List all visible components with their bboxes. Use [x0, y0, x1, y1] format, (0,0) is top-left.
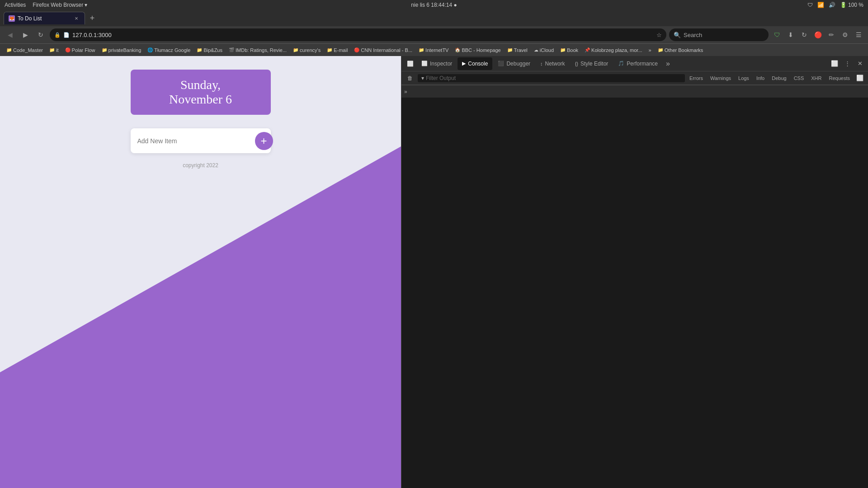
new-tab-button[interactable]: +	[87, 13, 98, 23]
bookmark-icon: 📌	[585, 47, 590, 52]
filter-requests-button[interactable]: Requests	[826, 75, 853, 82]
add-item-input[interactable]	[137, 137, 264, 145]
bookmark-imdb[interactable]: 🎬 IMDb: Ratings, Revie...	[226, 47, 289, 54]
tab-favicon: 🦊	[9, 15, 15, 22]
tab-inspector-label: Inspector	[430, 61, 452, 67]
devtools-close-button[interactable]: ✕	[854, 58, 865, 69]
devtools-sidebar-toggle[interactable]: ⬜	[404, 58, 416, 70]
toolbar-icons: 🛡 ⬇ ↻ 🔴 ✏ ⚙ ☰	[771, 29, 864, 41]
devtools-layout-button[interactable]: ⬜	[829, 58, 840, 69]
ublock-icon[interactable]: 🔴	[812, 29, 824, 41]
bookmark-folder-icon: 📁	[658, 47, 663, 52]
bookmark-icon: 🎬	[229, 47, 234, 52]
bookmark-icloud[interactable]: ☁ iCloud	[531, 47, 557, 54]
bookmark-polar-flow[interactable]: 🔴 Polar Flow	[62, 47, 98, 54]
forward-button[interactable]: ▶	[19, 28, 32, 41]
download-icon[interactable]: ⬇	[785, 29, 797, 41]
bookmark-it[interactable]: 📁 it	[47, 47, 61, 54]
bookmark-private-banking[interactable]: 📁 privateBanking	[99, 47, 144, 54]
bookmark-folder-icon: 📁	[102, 47, 107, 52]
bookmark-cnn[interactable]: 🔴 CNN International - B...	[351, 47, 415, 54]
network-icon: ↕	[540, 61, 543, 66]
search-bar[interactable]: 🔍 Search	[669, 28, 769, 41]
back-button[interactable]: ◀	[4, 28, 16, 41]
style-icon: {}	[575, 61, 578, 66]
bookmark-email[interactable]: 📁 E-mail	[324, 47, 350, 54]
os-clock: nie lis 6 18:44:14 ●	[411, 2, 457, 8]
devtools-more-button[interactable]: »	[663, 60, 673, 68]
devtools-content	[401, 98, 868, 488]
search-placeholder: Search	[684, 32, 702, 38]
main-area: Sunday, November 6 + copyright 2022 ⬜ ⬜ …	[0, 56, 868, 488]
filter-icon: ▾	[421, 75, 424, 81]
date-text: Sunday, November 6	[169, 78, 232, 106]
bookmark-other[interactable]: 📁 Other Bookmarks	[655, 47, 706, 54]
tab-close-button[interactable]: ×	[73, 15, 80, 22]
tab-console[interactable]: ▶ Console	[458, 57, 492, 70]
bookmark-star-icon[interactable]: ☆	[656, 32, 662, 38]
prompt-chevron: »	[404, 89, 407, 95]
nav-bar: ◀ ▶ ↻ 🔒 📄 127.0.0.1:3000 ☆ 🔍 Search 🛡 ⬇ …	[0, 26, 868, 43]
add-item-container: +	[131, 128, 271, 153]
devtools-prompt-bar: »	[401, 85, 868, 98]
tab-console-label: Console	[468, 61, 488, 67]
settings-icon[interactable]: ⚙	[839, 29, 851, 41]
bookmark-bip-zus[interactable]: 📁 Bip&Zus	[194, 47, 225, 54]
reload-button[interactable]: ↻	[34, 28, 47, 41]
bookmark-folder-icon: 📁	[6, 47, 12, 52]
devtools-tabs: ⬜ ⬜ Inspector ▶ Console ⬛ Debugger ↕ Net…	[401, 56, 868, 71]
bookmark-icon: 🔴	[354, 47, 359, 52]
page-icon: 📄	[63, 32, 70, 38]
filter-logs-button[interactable]: Logs	[736, 75, 752, 82]
devtools-overflow-button[interactable]: ⋮	[842, 58, 853, 69]
bookmark-book[interactable]: 📁 Book	[557, 47, 581, 54]
browser-tab-todo[interactable]: 🦊 To Do List ×	[4, 12, 85, 24]
console-icon: ▶	[462, 61, 466, 66]
bookmark-bbc[interactable]: 🏠 BBC - Homepage	[452, 47, 503, 54]
bookmark-label: InternetTV	[425, 47, 448, 53]
filter-xhr-button[interactable]: XHR	[808, 75, 824, 82]
devtools-sidebar-right-button[interactable]: ⬜	[854, 73, 865, 84]
bookmark-more[interactable]: »	[646, 47, 654, 54]
bookmark-icon: ☁	[534, 47, 538, 52]
filter-info-button[interactable]: Info	[754, 75, 767, 82]
plus-icon: +	[260, 135, 267, 147]
filter-errors-button[interactable]: Errors	[687, 75, 706, 82]
tab-inspector[interactable]: ⬜ Inspector	[417, 57, 457, 70]
filter-output-input[interactable]: ▾ Filter Output	[418, 74, 685, 82]
bookmark-label: privateBanking	[108, 47, 142, 53]
tab-network[interactable]: ↕ Network	[536, 57, 570, 70]
tab-performance[interactable]: 🎵 Performance	[613, 57, 662, 70]
menu-icon[interactable]: ☰	[853, 29, 864, 41]
tab-debugger[interactable]: ⬛ Debugger	[493, 57, 535, 70]
tab-style-editor[interactable]: {} Style Editor	[571, 57, 613, 70]
bookmark-kolobrzeg[interactable]: 📌 Kolobrzeg plaza, mor...	[582, 47, 645, 54]
bookmark-code-master[interactable]: 📁 Code_Master	[4, 47, 46, 54]
url-text[interactable]: 127.0.0.1:3000	[72, 32, 654, 38]
bookmark-label: it	[56, 47, 59, 53]
bookmark-label: CNN International - B...	[361, 47, 412, 53]
browser-label[interactable]: Firefox Web Browser ▾	[33, 2, 87, 8]
bookmark-google-translate[interactable]: 🌐 Tłumacz Google	[145, 47, 193, 54]
refresh-toolbar-icon[interactable]: ↻	[798, 29, 810, 41]
bookmark-folder-icon: 📁	[197, 47, 202, 52]
bookmark-label: Other Bookmarks	[665, 47, 703, 53]
edit-icon[interactable]: ✏	[826, 29, 837, 41]
bookmark-icon: 🌐	[147, 47, 153, 52]
bookmark-label: curency's	[300, 47, 321, 53]
add-item-button[interactable]: +	[255, 132, 273, 150]
bookmark-internet-tv[interactable]: 📁 InternetTV	[416, 47, 451, 54]
filter-debug-button[interactable]: Debug	[769, 75, 789, 82]
clear-console-button[interactable]: 🗑	[404, 72, 416, 84]
bookmark-travel[interactable]: 📁 Travel	[505, 47, 530, 54]
address-bar[interactable]: 🔒 📄 127.0.0.1:3000 ☆	[50, 28, 666, 41]
bookmark-label: iCloud	[540, 47, 554, 53]
bookmark-label: BBC - Homepage	[462, 47, 500, 53]
shield-toolbar-icon[interactable]: 🛡	[771, 29, 783, 41]
filter-warnings-button[interactable]: Warnings	[708, 75, 734, 82]
date-header: Sunday, November 6	[131, 70, 271, 115]
activities-label[interactable]: Activities	[5, 2, 26, 8]
tab-performance-label: Performance	[627, 61, 658, 67]
filter-css-button[interactable]: CSS	[791, 75, 807, 82]
bookmark-currency[interactable]: 📁 curency's	[290, 47, 323, 54]
